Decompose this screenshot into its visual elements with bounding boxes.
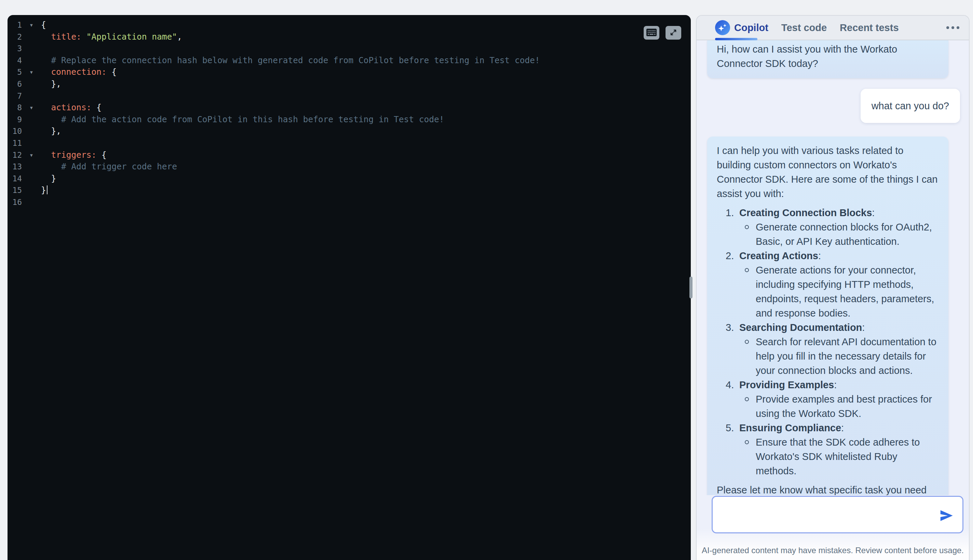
list-item: 2.Creating Actions:Generate actions for …	[726, 248, 939, 320]
ai-disclaimer: AI-generated content may have mistakes. …	[697, 546, 969, 555]
chat-input-area: AI-generated content may have mistakes. …	[697, 495, 969, 560]
code-text: # Add the action code from CoPilot in th…	[41, 114, 444, 126]
fold-arrow-icon[interactable]: ▼	[22, 19, 41, 31]
code-line: 9# Add the action code from CoPilot in t…	[8, 114, 691, 126]
fold-gutter	[22, 114, 41, 126]
code-line: 11	[8, 137, 691, 149]
code-text: }	[41, 173, 56, 185]
fold-gutter	[22, 90, 41, 102]
fold-gutter	[22, 78, 41, 90]
fold-gutter	[22, 196, 41, 208]
code-text: triggers: {	[41, 149, 107, 161]
line-number: 3	[8, 43, 22, 55]
code-line: 8▼actions: {	[8, 102, 691, 114]
fold-gutter	[22, 161, 41, 173]
fold-gutter	[22, 55, 41, 67]
line-number: 11	[8, 137, 22, 149]
fold-gutter	[22, 31, 41, 43]
fold-arrow-icon[interactable]: ▼	[22, 102, 41, 114]
tab-recent-tests-label: Recent tests	[840, 22, 898, 33]
active-tab-indicator	[715, 38, 758, 40]
code-text: connection: {	[41, 66, 117, 78]
code-line: 15}	[8, 184, 691, 196]
line-number: 1	[8, 19, 22, 31]
ellipsis-icon[interactable]	[946, 23, 959, 32]
code-line: 4# Replace the connection hash below wit…	[8, 55, 691, 67]
tab-recent-tests[interactable]: Recent tests	[840, 22, 898, 33]
line-number: 15	[8, 184, 22, 196]
user-message: what can you do?	[861, 89, 960, 123]
message-input-box	[712, 496, 963, 533]
code-line: 2title: "Application name",	[8, 31, 691, 43]
code-text: actions: {	[41, 102, 102, 114]
expand-editor-button[interactable]	[666, 26, 681, 40]
circle-bullet-icon	[745, 440, 749, 444]
code-line: 7	[8, 90, 691, 102]
workato-connector-sdk-workspace: { "page": { "background": "#eff1f4" }, "…	[0, 0, 973, 560]
code-line: 14}	[8, 173, 691, 185]
circle-bullet-icon	[745, 225, 749, 229]
code-text: # Replace the connection hash below with…	[41, 55, 540, 67]
list-item: 4.Providing Examples:Provide examples an…	[726, 378, 939, 421]
code-text: },	[41, 125, 61, 137]
chat-scroll[interactable]: Hi, how can I assist you with the Workat…	[697, 40, 969, 495]
code-lines: 1▼{2title: "Application name",34# Replac…	[8, 19, 691, 208]
line-number: 14	[8, 173, 22, 185]
list-item: 3.Searching Documentation:Search for rel…	[726, 320, 939, 378]
list-item: 1.Creating Connection Blocks:Generate co…	[726, 205, 939, 248]
copilot-sparkle-icon	[715, 20, 730, 35]
message-outro: Please let me know what specific task yo…	[717, 483, 939, 495]
line-number: 7	[8, 90, 22, 102]
send-button[interactable]	[938, 508, 954, 523]
copilot-panel: Copilot Test code Recent tests Hi, how c…	[696, 15, 970, 560]
code-editor[interactable]: 1▼{2title: "Application name",34# Replac…	[8, 15, 691, 560]
tab-test-code-label: Test code	[781, 22, 827, 33]
code-line: 13# Add trigger code here	[8, 161, 691, 173]
code-text: }	[41, 184, 47, 196]
keyboard-icon	[646, 29, 657, 37]
code-line: 16	[8, 196, 691, 208]
fold-arrow-icon[interactable]: ▼	[22, 66, 41, 78]
tab-test-code[interactable]: Test code	[781, 22, 827, 33]
panel-resize-handle[interactable]	[689, 277, 693, 298]
editor-toolbar	[644, 26, 681, 40]
line-number: 9	[8, 114, 22, 126]
fold-gutter	[22, 184, 41, 196]
text-cursor	[47, 185, 48, 194]
code-line: 3	[8, 43, 691, 55]
code-line: 1▼{	[8, 19, 691, 31]
circle-bullet-icon	[745, 268, 749, 272]
keyboard-shortcuts-button[interactable]	[644, 26, 659, 40]
line-number: 2	[8, 31, 22, 43]
code-line: 12▼triggers: {	[8, 149, 691, 161]
line-number: 6	[8, 78, 22, 90]
code-line: 5▼connection: {	[8, 66, 691, 78]
tab-copilot-label: Copilot	[734, 22, 768, 33]
message-intro: I can help you with various tasks relate…	[717, 143, 939, 201]
line-number: 12	[8, 149, 22, 161]
line-number: 5	[8, 66, 22, 78]
fold-gutter	[22, 137, 41, 149]
tab-copilot[interactable]: Copilot	[715, 20, 768, 35]
expand-icon	[669, 28, 678, 38]
fold-arrow-icon[interactable]: ▼	[22, 149, 41, 161]
code-text: # Add trigger code here	[41, 161, 177, 173]
assistant-message: Hi, how can I assist you with the Workat…	[707, 40, 948, 78]
send-icon	[938, 519, 954, 525]
fold-gutter	[22, 173, 41, 185]
code-text: {	[41, 19, 46, 31]
message-input[interactable]	[713, 497, 962, 532]
panel-tabs: Copilot Test code Recent tests	[715, 20, 899, 35]
capability-list: 1.Creating Connection Blocks:Generate co…	[717, 205, 939, 478]
circle-bullet-icon	[745, 397, 749, 401]
code-line: 10},	[8, 125, 691, 137]
fold-gutter	[22, 125, 41, 137]
line-number: 13	[8, 161, 22, 173]
line-number: 10	[8, 125, 22, 137]
circle-bullet-icon	[745, 340, 749, 344]
line-number: 16	[8, 196, 22, 208]
code-line: 6},	[8, 78, 691, 90]
fold-gutter	[22, 43, 41, 55]
list-item: 5.Ensuring Compliance:Ensure that the SD…	[726, 421, 939, 478]
code-text: },	[41, 78, 61, 90]
